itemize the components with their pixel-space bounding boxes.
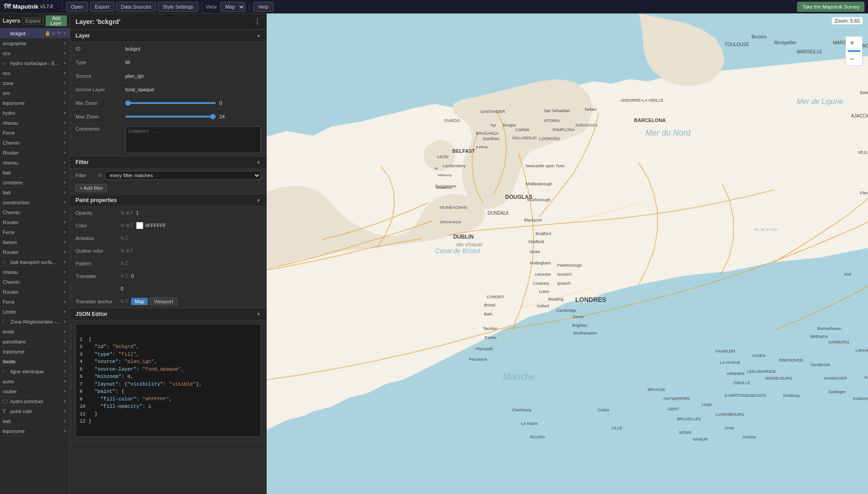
filter-section-chevron: ▼	[256, 160, 261, 165]
layer-item-routier1[interactable]: Routier ▼	[0, 148, 70, 158]
color-swatch[interactable]	[136, 222, 143, 229]
layer-item-reseau3[interactable]: réseau ▼	[0, 267, 70, 277]
json-section-header[interactable]: JSON Editor ▼	[70, 308, 266, 320]
export-button[interactable]: Export	[90, 2, 114, 12]
layer-arrow: ▼	[63, 389, 67, 394]
map-area[interactable]: BELFAST DUBLIN Mer d'Irlande DUNDALK MUI…	[267, 14, 868, 494]
layer-item-ferre3[interactable]: Ferre ▼	[0, 297, 70, 307]
layer-item-chemin2[interactable]: Chemin ▼	[0, 207, 70, 217]
style-settings-button[interactable]: Style Settings	[158, 2, 198, 12]
layer-item-toponyme1[interactable]: toponyme ▼	[0, 98, 70, 108]
layer-section-header[interactable]: Layer ▼	[70, 30, 266, 42]
layer-item-routier3[interactable]: Routier ▼	[0, 247, 70, 257]
translate-anchor-viewport-button[interactable]: Viewport	[150, 297, 177, 306]
layer-item-oro[interactable]: oro ▼	[0, 88, 70, 98]
svg-text:DROGHEDA: DROGHEDA	[440, 220, 462, 224]
translate-fx-button[interactable]: fx	[121, 273, 124, 278]
layer-item-construction[interactable]: construction ▼	[0, 198, 70, 207]
color-zoom-button[interactable]: ⊞	[126, 223, 129, 228]
data-sources-button[interactable]: Data Sources	[116, 2, 156, 12]
layer-item-routier4[interactable]: Routier ▼	[0, 287, 70, 297]
help-button[interactable]: Help	[253, 2, 274, 12]
layer-item-liaison[interactable]: liaison ▼	[0, 237, 70, 247]
layer-item-limite3[interactable]: limite ▼	[0, 357, 70, 367]
layer-item-cimetiere[interactable]: cimetiere ▼	[0, 178, 70, 188]
color-prop-button[interactable]: Σ	[131, 223, 133, 228]
layer-item-ferre1[interactable]: Ferre ▼	[0, 128, 70, 138]
add-filter-button[interactable]: + Add filter	[75, 184, 107, 192]
svg-text:LA HAGUE: LA HAGUE	[720, 360, 741, 365]
layer-item-ocs2[interactable]: ocs ▼	[0, 68, 70, 78]
zoom-controls: + −	[845, 36, 863, 66]
layer-item-orographie[interactable]: orographie ▼	[0, 38, 70, 48]
outline-prop-button[interactable]: Σ	[131, 248, 133, 253]
json-content[interactable]: 1 { 2 "id": "bckgrd", 3 "type": "fill", …	[75, 324, 261, 437]
props-menu-button[interactable]: ⋮	[254, 17, 261, 26]
translate-anchor-map-button[interactable]: Map	[131, 298, 148, 305]
layer-item-zone-reg[interactable]: / Zone Réglementee -... ▼	[0, 317, 70, 327]
source-row: Source plan_ign	[70, 69, 266, 83]
translate-anchor-fx-button[interactable]: fx	[121, 299, 124, 304]
layer-item-limite2[interactable]: limite ▼	[0, 327, 70, 337]
layer-name: liaison	[3, 240, 62, 245]
layer-copy-button[interactable]: ⧉	[52, 31, 56, 36]
min-zoom-slider[interactable]	[125, 102, 216, 104]
filter-section-header[interactable]: Filter ▼	[70, 156, 266, 169]
layer-item-toponyme3[interactable]: toponyme ▼	[0, 426, 70, 436]
zoom-handle[interactable]	[848, 50, 860, 52]
layer-item-ferre2[interactable]: Ferre ▼	[0, 227, 70, 237]
survey-button[interactable]: Take the Maputnik Survey	[797, 2, 864, 12]
layer-item-bati3[interactable]: bati ▼	[0, 416, 70, 426]
outline-zoom-button[interactable]: ⊞	[126, 248, 129, 253]
pattern-fx-button[interactable]: fx	[121, 261, 124, 266]
max-zoom-slider[interactable]	[125, 116, 216, 118]
open-button[interactable]: Open	[66, 2, 88, 12]
layer-lock-button[interactable]: 🔒	[44, 31, 51, 36]
layer-icon-hollow: ◇	[3, 61, 9, 66]
zoom-in-button[interactable]: +	[846, 37, 859, 49]
layer-item-bati1[interactable]: bati ▼	[0, 168, 70, 178]
zoom-out-button[interactable]: −	[846, 53, 859, 66]
translate-anchor-prop-button[interactable]: Σ	[126, 299, 128, 304]
filter-select[interactable]: every filter matches any filter matches	[105, 171, 261, 180]
translate-prop-button[interactable]: Σ	[126, 273, 128, 278]
outline-fx-button[interactable]: fx	[121, 248, 124, 253]
layer-item-hydro-ponct[interactable]: ◯ hydro ponctuel ▼	[0, 396, 70, 406]
opacity-prop-button[interactable]: Σ	[131, 210, 133, 215]
view-select[interactable]: Map	[220, 2, 245, 12]
color-fx-button[interactable]: fx	[121, 223, 124, 228]
svg-text:Calais: Calais	[598, 408, 610, 412]
layer-item-bati-transport[interactable]: ◇ bati transport surfa... ▼	[0, 257, 70, 267]
paint-section-header[interactable]: Paint properties ▼	[70, 194, 266, 207]
svg-text:se: se	[434, 166, 439, 170]
opacity-fx-button[interactable]: fx	[121, 210, 124, 215]
layer-item-routier5[interactable]: routier ▼	[0, 386, 70, 396]
add-layer-button[interactable]: Add Layer	[46, 15, 67, 26]
layer-eye-button[interactable]: 👁	[57, 31, 62, 36]
layer-item-chemin1[interactable]: Chemin ▼	[0, 138, 70, 148]
layer-item-reseau1[interactable]: réseau ▼	[0, 118, 70, 128]
layer-item-reseau2[interactable]: réseau ▼	[0, 158, 70, 168]
layer-item-parcellaire[interactable]: parcellaire ▼	[0, 337, 70, 347]
layer-item-chemin3[interactable]: Chemin ▼	[0, 277, 70, 287]
comments-textarea[interactable]	[125, 126, 261, 153]
layer-item-point-cote[interactable]: T point coté ▼	[0, 406, 70, 416]
layer-item-bati2[interactable]: bati ▼	[0, 188, 70, 198]
layer-item-bckgrd[interactable]: bckgrd 🔒 ⧉ 👁 ▼	[0, 28, 70, 38]
layer-item-limite1[interactable]: Limite ▼	[0, 307, 70, 317]
layer-item-autre[interactable]: autre ▼	[0, 376, 70, 386]
layer-item-zone[interactable]: zone ▼	[0, 78, 70, 88]
layers-expand-button[interactable]: Expand	[22, 18, 44, 24]
layer-item-ocs1[interactable]: ocs ▼	[0, 48, 70, 58]
layer-arrow: ▼	[63, 429, 67, 433]
layer-item-ligne-elec[interactable]: / ligne electrique ▼	[0, 367, 70, 376]
layer-arrow: ▼	[63, 339, 67, 344]
layer-item-hydro[interactable]: hydro ▼	[0, 108, 70, 118]
layer-item-toponyme2[interactable]: toponyme ▼	[0, 347, 70, 357]
layer-item-hydro-surf[interactable]: ◇ hydro surfacique - E... ▼	[0, 58, 70, 68]
antialias-fx-button[interactable]: fx	[121, 235, 124, 240]
antialias-prop-button[interactable]: Σ	[126, 235, 128, 240]
opacity-zoom-button[interactable]: ⊞	[126, 210, 129, 215]
layer-item-routier2[interactable]: Routier ▼	[0, 217, 70, 227]
pattern-prop-button[interactable]: Σ	[126, 261, 128, 266]
